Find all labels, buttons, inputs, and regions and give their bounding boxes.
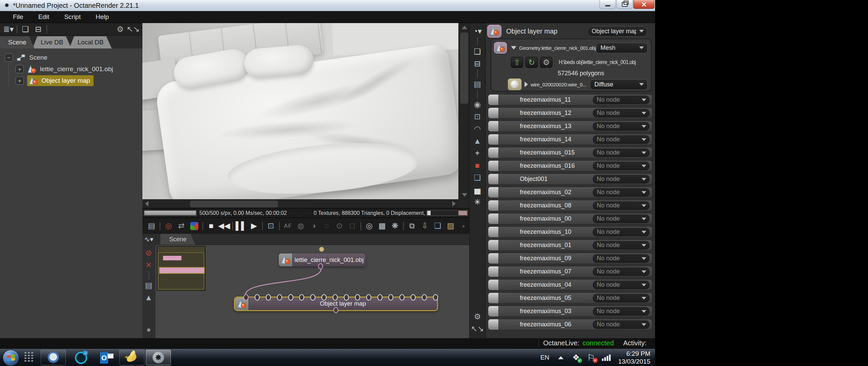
menu-item[interactable]: File <box>5 13 31 21</box>
layer-node-dropdown[interactable]: No node <box>592 122 650 131</box>
expand-expander-icon[interactable]: + <box>16 65 24 73</box>
node-input-pin[interactable] <box>333 294 338 301</box>
node-input-pin[interactable] <box>277 294 282 301</box>
network-icon[interactable] <box>602 354 611 361</box>
tree-row-mesh[interactable]: + lettie_cierre_nick_001.obj <box>0 63 142 75</box>
layer-swatch[interactable] <box>488 280 499 290</box>
restore-button[interactable] <box>616 0 633 9</box>
layer-swatch[interactable] <box>488 306 499 317</box>
node-input-pin[interactable] <box>243 294 249 301</box>
node-graph-canvas[interactable]: ⊘ ✕ ▤ ▲ ● <box>142 245 469 338</box>
vertical-scroll-thumb[interactable] <box>460 33 468 104</box>
scroll-up-icon[interactable] <box>462 26 467 29</box>
mesh-node[interactable]: lettie_cierre_nick_001.obj <box>279 253 366 266</box>
refresh-geometry-icon[interactable]: ↻ <box>528 58 535 67</box>
mesh-node-icon[interactable]: ▲ <box>470 135 485 147</box>
tree-row-scene[interactable]: − Scene <box>0 52 142 63</box>
expand-panel-icon[interactable]: ↖↘ <box>126 23 140 35</box>
kernel-node-icon[interactable]: ✦ <box>470 147 485 159</box>
export-image-icon[interactable]: ⇩ <box>418 220 431 232</box>
layer-swatch[interactable] <box>488 134 499 145</box>
layer-swatch[interactable] <box>488 214 499 224</box>
layer-node-dropdown[interactable]: No node <box>592 148 650 158</box>
wrench-icon[interactable]: ⚙ <box>471 310 484 323</box>
node-input-pin[interactable] <box>377 294 382 301</box>
tree-row-object-layer-map[interactable]: + Object layer map <box>0 75 142 86</box>
layer-node-dropdown[interactable]: No node <box>592 227 650 237</box>
copy-node-icon[interactable]: ❏ <box>470 45 485 58</box>
wrench-icon[interactable]: ⚙ <box>114 23 126 35</box>
group-nodes-icon[interactable]: ❏ <box>19 23 32 35</box>
language-indicator[interactable]: EN <box>540 354 549 361</box>
node-input-pin[interactable] <box>399 294 405 301</box>
node-input-pin[interactable] <box>310 294 315 301</box>
background-plate-icon[interactable]: ▨ <box>444 220 457 232</box>
node-input-pin[interactable] <box>366 294 371 301</box>
resolution-scale-icon[interactable]: ⇄ <box>175 220 188 232</box>
taskbar-outlook-button[interactable]: O <box>96 351 117 365</box>
viewport-horizontal-scrollbar[interactable] <box>142 199 458 208</box>
material-picker-icon[interactable]: ◌ <box>320 220 333 232</box>
taskbar-chromium-button[interactable] <box>41 350 66 365</box>
layer-node-dropdown[interactable]: No node <box>592 95 650 105</box>
layer-node-dropdown[interactable]: No node <box>592 241 650 250</box>
viewport-vertical-scrollbar[interactable] <box>458 23 470 199</box>
layer-swatch[interactable] <box>488 319 499 330</box>
imager-node-icon[interactable]: ⊡ <box>470 110 485 123</box>
node-type-dropdown[interactable]: Object layer map <box>587 26 648 37</box>
layer-swatch[interactable] <box>488 227 499 237</box>
start-button[interactable] <box>3 350 19 366</box>
pause-render-icon[interactable]: ▌▌ <box>235 220 248 232</box>
layer-node-dropdown[interactable]: No node <box>592 161 650 171</box>
camera-node-icon[interactable]: ◉ <box>470 98 485 110</box>
refresh-viewport-icon[interactable]: ⊡ <box>264 220 277 232</box>
geometry-type-dropdown[interactable]: Mesh <box>596 43 648 53</box>
mesh-icon[interactable] <box>494 42 507 54</box>
renderlayer-node-icon[interactable]: ❏ <box>470 171 485 184</box>
zoom-region-icon[interactable]: ◎ <box>363 220 376 232</box>
tab-live-db[interactable]: Live DB <box>33 36 72 48</box>
layer-node-dropdown[interactable]: No node <box>592 188 650 197</box>
layer-swatch[interactable] <box>488 174 499 184</box>
panorama-node-icon[interactable]: ◠ <box>470 123 485 135</box>
node-input-pin[interactable] <box>388 294 393 301</box>
horizontal-scroll-thumb[interactable] <box>190 201 278 207</box>
stop-render-icon[interactable]: ■ <box>205 220 218 232</box>
node-input-pin[interactable] <box>422 294 427 301</box>
reload-geometry-icon[interactable]: ⇧ <box>514 58 520 67</box>
outliner-mode-icon[interactable]: ≣▾ <box>2 23 15 35</box>
paste-node-icon[interactable]: ⊟ <box>470 58 485 70</box>
collapse-triangle-icon[interactable] <box>511 46 516 49</box>
layer-node-dropdown[interactable]: No node <box>592 175 650 184</box>
layer-node-dropdown[interactable]: No node <box>592 320 650 329</box>
layer-swatch[interactable] <box>488 108 499 118</box>
node-graph-tab-scene[interactable]: Scene <box>160 234 195 245</box>
material-type-dropdown[interactable]: Diffuse <box>590 79 648 90</box>
layer-node-dropdown[interactable]: No node <box>592 214 650 224</box>
node-input-pin[interactable] <box>255 294 260 301</box>
layer-node-dropdown[interactable]: No node <box>592 267 650 277</box>
minimize-button[interactable] <box>599 0 616 9</box>
node-input-pin[interactable] <box>411 294 416 301</box>
action-center-icon[interactable]: ⚐✕ <box>587 353 595 362</box>
sun-node-icon[interactable]: ✳ <box>470 196 485 208</box>
close-button[interactable] <box>633 0 654 9</box>
node-graph-minimap[interactable] <box>157 246 205 291</box>
disable-preview-icon[interactable]: ⊘ <box>142 247 155 259</box>
layer-swatch[interactable] <box>488 187 499 198</box>
subsample-icon[interactable]: ▦ <box>376 220 389 232</box>
ungroup-nodes-icon[interactable]: ⊟ <box>32 23 45 35</box>
tone-picker-icon[interactable]: ◑ <box>307 220 320 232</box>
expand-expander-icon[interactable]: + <box>16 77 24 85</box>
render-target-dot[interactable] <box>319 247 324 252</box>
layer-swatch[interactable] <box>488 121 499 131</box>
histogram-node-icon[interactable]: ▅ <box>470 184 485 196</box>
focus-picker-icon[interactable]: AF <box>281 220 294 232</box>
status-dot-icon[interactable]: ● <box>457 220 470 232</box>
dropbox-icon[interactable]: ❖✔ <box>572 353 580 362</box>
node-input-pin[interactable] <box>288 294 293 301</box>
pinned-app-grid-icon[interactable] <box>24 352 33 362</box>
tab-scene[interactable]: Scene <box>0 36 35 48</box>
priority-icon[interactable]: ❋ <box>389 220 401 232</box>
layer-node-dropdown[interactable]: No node <box>592 293 650 303</box>
